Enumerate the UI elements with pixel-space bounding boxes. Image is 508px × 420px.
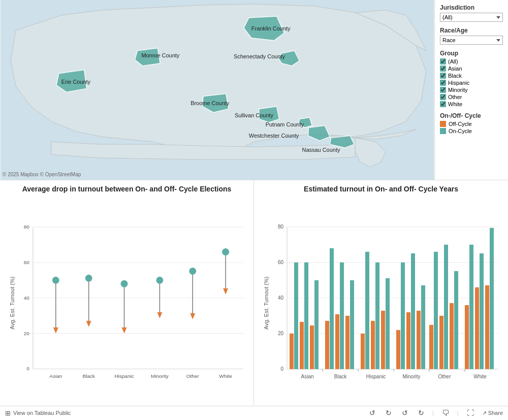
svg-rect-77 xyxy=(345,316,350,369)
svg-rect-89 xyxy=(417,311,421,369)
svg-rect-97 xyxy=(465,305,469,369)
group-black-checkbox[interactable] xyxy=(440,73,446,79)
nassau-county-label: Nassau County xyxy=(302,147,340,153)
race-age-select[interactable]: Race xyxy=(440,36,503,45)
tableau-link-area[interactable]: ⊞ View on Tableau Public xyxy=(5,409,71,417)
fullscreen-button[interactable]: ⛶ xyxy=(465,408,476,418)
group-minority-checkbox[interactable] xyxy=(440,87,446,93)
right-chart-area: Avg. Est. Turnout (%) 0 20 40 60 80 xyxy=(259,196,503,391)
bottom-section: Average drop in turnout between On- and … xyxy=(0,180,508,406)
svg-rect-91 xyxy=(429,325,433,369)
right-chart-svg: Avg. Est. Turnout (%) 0 20 40 60 80 xyxy=(259,196,503,391)
franklin-county-label: Franklin County xyxy=(251,25,291,31)
group-black-item: Black xyxy=(440,73,503,79)
jurisdiction-select[interactable]: (All) xyxy=(440,13,503,22)
svg-text:Hispanic: Hispanic xyxy=(366,374,386,379)
svg-text:Asian: Asian xyxy=(301,374,313,379)
cycle-label: On-/Off- Cycle xyxy=(440,112,503,119)
schenectady-county-label: Schenectady County xyxy=(234,53,285,59)
broome-county-label: Broome County xyxy=(190,100,230,106)
group-white-checkbox[interactable] xyxy=(440,101,446,107)
svg-rect-96 xyxy=(454,271,458,369)
svg-text:White: White xyxy=(219,374,232,379)
right-chart-title: Estimated turnout in On- and Off- Cycle … xyxy=(259,184,503,193)
svg-rect-85 xyxy=(396,330,400,369)
off-cycle-label: Off-Cycle xyxy=(449,121,472,127)
svg-rect-92 xyxy=(434,252,438,369)
footer-bar: ⊞ View on Tableau Public ↺ ↻ ↺ ↻ | 🗨 | ⛶… xyxy=(0,406,508,420)
on-cycle-label: On-Cycle xyxy=(449,128,472,134)
svg-rect-74 xyxy=(330,248,334,369)
redo-button[interactable]: ↻ xyxy=(384,408,394,418)
undo-button[interactable]: ↺ xyxy=(367,408,377,418)
svg-text:0: 0 xyxy=(280,366,283,372)
svg-rect-81 xyxy=(371,321,375,369)
group-minority-item: Minority xyxy=(440,87,503,93)
share-icon: ↗ xyxy=(482,410,487,416)
svg-text:40: 40 xyxy=(278,295,284,301)
left-chart-title: Average drop in turnout between On- and … xyxy=(5,184,248,193)
svg-text:80: 80 xyxy=(278,224,284,230)
share-button[interactable]: ↗ Share xyxy=(482,410,503,416)
svg-rect-79 xyxy=(361,334,365,369)
svg-rect-98 xyxy=(469,245,473,369)
left-chart-container: Average drop in turnout between On- and … xyxy=(0,180,254,406)
svg-rect-75 xyxy=(335,314,339,369)
group-white-item: White xyxy=(440,101,503,107)
svg-text:Black: Black xyxy=(82,374,94,379)
svg-rect-88 xyxy=(411,253,415,369)
svg-text:Asian: Asian xyxy=(49,374,62,379)
group-asian-item: Asian xyxy=(440,66,503,72)
race-age-section: Race/Age Race xyxy=(440,27,503,45)
svg-text:20: 20 xyxy=(278,331,284,336)
dot xyxy=(85,275,92,282)
group-all-item: (All) xyxy=(440,58,503,64)
svg-rect-93 xyxy=(439,316,443,369)
svg-text:Avg. Est. Turnout (%): Avg. Est. Turnout (%) xyxy=(263,277,269,330)
svg-rect-83 xyxy=(381,311,385,369)
jurisdiction-section: Jurisdiction (All) xyxy=(440,4,503,22)
dot xyxy=(189,268,196,275)
main-container: Franklin County Monroe County Erie Count… xyxy=(0,0,508,420)
svg-rect-67 xyxy=(290,334,294,369)
svg-text:60: 60 xyxy=(24,260,30,265)
svg-rect-94 xyxy=(444,245,448,369)
svg-text:Avg. Est. Turnout (%): Avg. Est. Turnout (%) xyxy=(9,277,15,330)
svg-text:40: 40 xyxy=(24,295,30,301)
redo2-button[interactable]: ↻ xyxy=(416,408,426,418)
svg-text:Hispanic: Hispanic xyxy=(114,374,134,379)
svg-rect-84 xyxy=(386,278,390,369)
group-other-label: Other xyxy=(448,94,462,100)
svg-text:Minority: Minority xyxy=(151,374,169,379)
tableau-link-text[interactable]: View on Tableau Public xyxy=(13,410,71,416)
svg-rect-69 xyxy=(300,322,304,369)
svg-rect-101 xyxy=(485,285,489,369)
svg-rect-73 xyxy=(325,321,329,369)
svg-rect-100 xyxy=(480,253,484,369)
share-label: Share xyxy=(488,410,503,416)
map-area: Franklin County Monroe County Erie Count… xyxy=(0,0,434,180)
group-other-item: Other xyxy=(440,94,503,100)
undo2-button[interactable]: ↺ xyxy=(400,408,410,418)
on-cycle-legend: On-Cycle xyxy=(440,128,503,134)
westchester-county-label: Westchester County xyxy=(249,133,299,139)
svg-rect-87 xyxy=(406,312,410,369)
group-black-label: Black xyxy=(448,73,462,79)
svg-rect-99 xyxy=(475,287,479,369)
tableau-icon: ⊞ xyxy=(5,409,11,417)
svg-text:White: White xyxy=(473,374,487,379)
svg-rect-78 xyxy=(350,280,354,369)
dot xyxy=(52,277,59,284)
svg-text:Black: Black xyxy=(334,374,347,379)
group-asian-checkbox[interactable] xyxy=(440,66,446,72)
monroe-county-label: Monroe County xyxy=(141,52,179,58)
group-all-checkbox[interactable] xyxy=(440,58,446,64)
comment-button[interactable]: 🗨 xyxy=(440,408,451,418)
svg-rect-68 xyxy=(294,263,298,369)
off-cycle-color xyxy=(440,121,446,127)
cycle-legend-section: On-/Off- Cycle Off-Cycle On-Cycle xyxy=(440,112,503,134)
group-hispanic-checkbox[interactable] xyxy=(440,80,446,86)
svg-rect-80 xyxy=(365,252,369,369)
group-other-checkbox[interactable] xyxy=(440,94,446,100)
map-svg: Franklin County Monroe County Erie Count… xyxy=(0,0,434,180)
